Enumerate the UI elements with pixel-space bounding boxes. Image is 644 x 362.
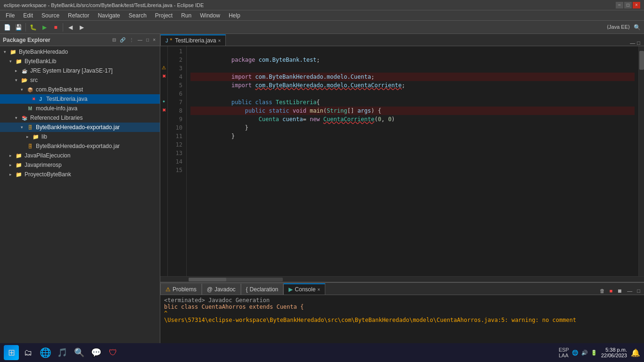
tab-console[interactable]: ▶ Console × — [283, 283, 325, 295]
tree-item-proyectobytebank[interactable]: ▸ 📁 ProyectoByteBank — [0, 170, 160, 179]
tray-time[interactable]: 5:38 p.m. 22/06/2023 — [601, 347, 627, 358]
editor-minimize-btn[interactable]: — — [630, 40, 635, 46]
gutter-line-4: ✖ — [160, 72, 167, 80]
console-warning-line: \Users\57314\eclipse-workspace\ByteBankH… — [164, 317, 576, 323]
panel-maximize-button[interactable]: □ — [145, 37, 150, 43]
tab-close-button[interactable]: × — [218, 38, 221, 43]
tray-battery[interactable]: 🔋 — [591, 350, 597, 356]
project-icon-3: 📁 — [15, 171, 23, 178]
console-stop-btn[interactable]: ⏹ — [615, 287, 624, 295]
toolbar-search[interactable]: 🔍 — [632, 22, 642, 33]
tab-label: TestLibreria.java — [175, 37, 216, 44]
tree-item-jar-selected[interactable]: ▾ 🗄 ByteBankHeredado-exportado.jar — [0, 123, 160, 132]
line-num-10: 10 — [168, 123, 182, 132]
taskbar-search-app[interactable]: 🔍 — [72, 345, 87, 360]
menu-window[interactable]: Window — [196, 11, 224, 20]
code-editor[interactable]: ⚠ ✖ ● ✖ — [160, 46, 644, 276]
tree-item-src[interactable]: ▾ 📂 src — [0, 75, 160, 85]
taskbar-app6[interactable]: 🛡 — [106, 345, 121, 360]
chrome-icon: 🌐 — [40, 347, 51, 358]
taskbar-explorer[interactable]: 🗂 — [21, 345, 36, 360]
bottom-maximize-btn[interactable]: □ — [635, 287, 642, 295]
project-icon-2: 📁 — [15, 161, 23, 169]
taskbar-chrome[interactable]: 🌐 — [38, 345, 53, 360]
bottom-minimize-btn[interactable]: — — [625, 287, 634, 295]
menu-source[interactable]: Source — [38, 11, 63, 20]
tree-arrow: ▸ — [9, 172, 15, 177]
tray-sound[interactable]: 🔊 — [581, 350, 588, 356]
warn-marker-3: ⚠ — [162, 65, 166, 70]
package-icon: 📦 — [26, 86, 34, 93]
notification-center[interactable]: 🔔 — [631, 348, 640, 357]
code-content[interactable]: package com.ByteBank.test; import com.By… — [187, 46, 638, 276]
tree-item-moduleinfo[interactable]: M module-info.java — [0, 104, 160, 113]
toolbar-run[interactable]: ▶ — [39, 22, 50, 33]
tab-javadoc[interactable]: @ Javadoc — [202, 283, 241, 295]
menu-help[interactable]: Help — [225, 11, 244, 20]
scroll-thumb[interactable] — [639, 51, 644, 70]
console-tab-close[interactable]: × — [317, 287, 320, 292]
collapse-all-button[interactable]: ⊟ — [111, 37, 117, 43]
tray-wifi[interactable]: 🌐 — [572, 350, 578, 356]
taskbar-app3[interactable]: 🎵 — [55, 345, 70, 360]
toolbar-save[interactable]: 💾 — [13, 22, 24, 33]
tree-item-javarila[interactable]: ▸ 📁 JavaPilaEjecucion — [0, 151, 160, 160]
menu-search[interactable]: Search — [125, 11, 150, 20]
tree-arrow: ▾ — [21, 87, 26, 92]
menu-run[interactable]: Run — [177, 11, 195, 20]
editor-tab-testlibreria[interactable]: J * TestLibreria.java × — [160, 34, 226, 46]
console-clear-btn[interactable]: 🗑 — [598, 287, 607, 295]
tree-item-javaprimerosp[interactable]: ▸ 📁 Javaprimerosp — [0, 160, 160, 170]
tree-label: com.ByteBank.test — [36, 86, 83, 93]
app3-icon: 🎵 — [57, 347, 67, 358]
tree-item-lib[interactable]: ▸ 📁 lib — [0, 132, 160, 141]
horizontal-scrollbar[interactable] — [160, 276, 644, 282]
package-explorer-panel: Package Explorer ⊟ 🔗 ⋮ — □ × ▾ 📁 ByteBan… — [0, 34, 160, 353]
tab-problems[interactable]: ⚠ Problems — [160, 283, 202, 295]
maximize-button[interactable]: □ — [624, 2, 632, 8]
close-button[interactable]: × — [633, 2, 640, 8]
h-scroll-thumb[interactable] — [189, 278, 226, 281]
toolbar-new[interactable]: 📄 — [2, 22, 12, 33]
menu-project[interactable]: Project — [151, 11, 176, 20]
minimize-button[interactable]: − — [616, 2, 623, 8]
menu-navigate[interactable]: Navigate — [94, 11, 124, 20]
toolbar-debug[interactable]: 🐛 — [28, 22, 38, 33]
tree-item-bytebankLib[interactable]: ▾ 📁 ByteBankLib — [0, 57, 160, 66]
tab-console-label: Console — [295, 286, 315, 293]
gutter-line-8: ✖ — [160, 106, 167, 114]
panel-minimize-button[interactable]: — — [136, 37, 144, 43]
menu-edit[interactable]: Edit — [19, 11, 37, 20]
tree-item-bytebankHeredado[interactable]: ▾ 📁 ByteBankHeredado — [0, 47, 160, 57]
tree-item-pkg-test[interactable]: ▾ 📦 com.ByteBank.test — [0, 85, 160, 94]
tab-declaration[interactable]: { Declaration — [241, 283, 284, 295]
tree-item-jre[interactable]: ▸ ☕ JRE System Library [JavaSE-17] — [0, 66, 160, 75]
code-line-10: } — [190, 123, 635, 132]
link-editor-button[interactable]: 🔗 — [118, 37, 127, 43]
code-line-12 — [190, 140, 635, 149]
console-terminate-btn[interactable]: ■ — [608, 287, 615, 295]
tree-item-referenced-libs[interactable]: ▾ 📚 Referenced Libraries — [0, 113, 160, 123]
editor-content-area: ⚠ ✖ ● ✖ — [160, 46, 644, 353]
window-controls: − □ × — [616, 2, 640, 8]
start-button[interactable]: ⊞ — [4, 345, 19, 360]
toolbar-forward[interactable]: ▶ — [76, 22, 87, 33]
toolbar-stop[interactable]: ■ — [50, 22, 61, 33]
panel-close-button[interactable]: × — [151, 37, 157, 43]
tree-item-testlibreria[interactable]: ✖ J TestLibreria.java — [0, 94, 160, 104]
menu-refactor[interactable]: Refactor — [64, 11, 93, 20]
panel-menu-button[interactable]: ⋮ — [128, 37, 135, 43]
search-app-icon: 🔍 — [74, 347, 84, 358]
folder-icon: 📁 — [9, 48, 17, 56]
tree-item-jar-2[interactable]: 🗄 ByteBankHeredado-exportado.jar — [0, 141, 160, 151]
line-num-13: 13 — [168, 149, 182, 157]
editor-maximize-btn[interactable]: □ — [637, 40, 640, 46]
editor-tab-bar: J * TestLibreria.java × — □ — [160, 34, 644, 46]
line-num-3: 3 — [168, 64, 182, 73]
console-caret: ^ — [164, 310, 167, 317]
taskbar-app5[interactable]: 💬 — [89, 345, 104, 360]
h-scroll-track[interactable] — [189, 278, 283, 281]
editor-scrollbar[interactable] — [638, 46, 644, 276]
menu-file[interactable]: File — [2, 11, 18, 20]
toolbar-back[interactable]: ◀ — [65, 22, 75, 33]
